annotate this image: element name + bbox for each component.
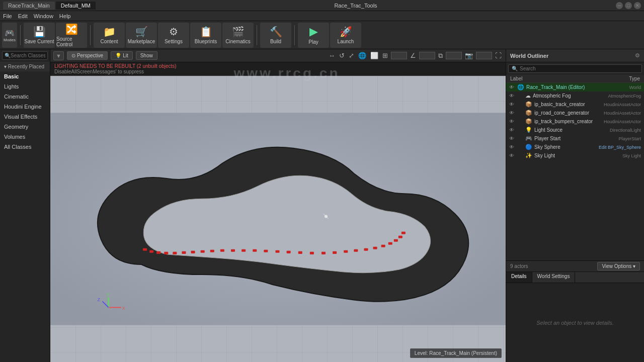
rotate-icon[interactable]: ↺ (338, 51, 346, 60)
outliner-item-sky-light[interactable]: 👁 ✨ Sky Light Sky Light (506, 151, 644, 160)
item-label: Light Source (534, 127, 608, 133)
viewport-toolbar: ▼ ⊙ Perspective 💡 Lit Show ↔ ↺ ⤢ 🌐 ⬜ ⊞ 1… (50, 49, 506, 62)
source-control-button[interactable]: 🔀 Source Control (56, 23, 87, 48)
outliner-settings-icon[interactable]: ⚙ (635, 52, 640, 59)
outliner-item-sky-sphere[interactable]: 👁 🔵 Sky Sphere Edit BP_Sky_Sphere (506, 143, 644, 151)
outliner-title: World Outliner (510, 53, 631, 59)
player-icon: 🎮 (525, 135, 532, 142)
play-button[interactable]: ▶ Play (298, 23, 329, 48)
outliner-item-basic-track[interactable]: 👁 📦 ip_basic_track_creator HoudiniAssetA… (506, 100, 644, 109)
light-icon: 💡 (525, 127, 532, 133)
outliner-item-bumpers[interactable]: 👁 📦 ip_track_bumpers_creator HoudiniAsse… (506, 117, 644, 126)
blueprints-button[interactable]: 📋 Blueprints (190, 23, 221, 48)
volumes-category[interactable]: Volumes (0, 132, 50, 142)
toolbar: 🎮 Modes 💾 Save Current 🔀 Source Control … (0, 21, 644, 49)
geometry-category[interactable]: Geometry (0, 122, 50, 132)
settings-button[interactable]: ⚙ Settings (158, 23, 189, 48)
angle-icon[interactable]: ∠ (409, 51, 417, 60)
close-button[interactable]: ✕ (634, 2, 641, 9)
svg-rect-26 (388, 242, 392, 245)
launch-button[interactable]: 🚀 Launch (330, 23, 361, 48)
sky-icon: 🔵 (525, 144, 532, 150)
minimize-button[interactable]: ─ (616, 2, 623, 9)
menubar: File Edit Window Help (0, 11, 644, 21)
svg-text:Z: Z (98, 297, 101, 302)
details-content: Select an object to view details. (506, 283, 644, 362)
track-svg: X Y Z (50, 76, 506, 362)
outliner-item-light-source[interactable]: 👁 💡 Light Source DirectionalLight (506, 126, 644, 134)
cinematics-button[interactable]: 🎬 Cinematics (222, 23, 254, 48)
maximize-button[interactable]: □ (625, 2, 632, 9)
grid-size-input[interactable]: 10 (391, 52, 407, 59)
item-label: ip_track_bumpers_creator (534, 119, 602, 124)
mode-button[interactable]: 🎮 Modes (2, 23, 17, 48)
world-settings-tab[interactable]: World Settings (532, 272, 576, 283)
outliner-item-road-cone[interactable]: 👁 📦 ip_road_cone_generator HoudiniAssetA… (506, 109, 644, 117)
settings-icon: ⚙ (169, 26, 178, 38)
svg-rect-6 (182, 251, 186, 254)
lights-category[interactable]: Lights (0, 81, 50, 92)
maximize-viewport-icon[interactable]: ⛶ (494, 51, 503, 60)
item-type: World (629, 85, 641, 90)
houdini-engine-category[interactable]: Houdini Engine (0, 102, 50, 112)
item-type: DirectionalLight (610, 128, 641, 133)
launch-icon: 🚀 (340, 26, 352, 38)
viewport-options-button[interactable]: ▼ (53, 51, 64, 60)
lit-button[interactable]: 💡 Lit (111, 51, 133, 60)
search-classes-input[interactable] (11, 53, 45, 58)
perspective-button[interactable]: ⊙ Perspective (67, 51, 108, 60)
cinematic-category[interactable]: Cinematic (0, 92, 50, 102)
visibility-icon: 👁 (509, 110, 515, 116)
app-title: Race_Trac_Tools (334, 3, 377, 9)
tab-racetrackmain[interactable]: RaceTrack_Main (3, 2, 55, 10)
outliner-search-box[interactable]: 🔍 (508, 64, 642, 73)
basic-category[interactable]: Basic (0, 71, 50, 81)
camera-speed-input[interactable]: 4 (476, 52, 492, 59)
outliner-item-player-start[interactable]: 👁 🎮 Player Start PlayerStart (506, 134, 644, 143)
view-options-button[interactable]: View Options ▾ (597, 262, 640, 270)
chevron-icon: ▾ (4, 64, 7, 69)
menu-file[interactable]: File (3, 13, 12, 19)
svg-rect-3 (156, 251, 160, 254)
content-button[interactable]: 📁 Content (94, 23, 125, 48)
outliner-item-racetrackmain[interactable]: 👁 🌐 Race_Track_Main (Editor) World (506, 83, 644, 92)
camera-speed-icon[interactable]: 📷 (464, 51, 474, 60)
svg-rect-5 (173, 252, 177, 254)
translate-icon[interactable]: ↔ (328, 51, 336, 60)
viewport[interactable]: X Y Z Level: Race_Track_Main (Persistent… (50, 76, 506, 362)
outliner-item-atmosphericfog[interactable]: 👁 ☁ Atmospheric Fog AtmosphericFog (506, 92, 644, 100)
save-current-button[interactable]: 💾 Save Current (24, 23, 55, 48)
recently-placed-item[interactable]: ▾ Recently Placed (0, 62, 50, 71)
outliner-search-input[interactable] (520, 66, 638, 71)
scale-input[interactable]: 0.25 (446, 52, 462, 59)
tab-defaultmm[interactable]: Default_MM (56, 2, 96, 10)
details-area: Details World Settings Select an object … (506, 272, 644, 362)
build-button[interactable]: 🔨 Build (260, 23, 291, 48)
outliner-footer: 9 actors View Options ▾ (506, 260, 644, 272)
all-classes-category[interactable]: All Classes (0, 142, 50, 152)
content-icon: 📁 (103, 26, 116, 38)
rotation-input[interactable]: 10 (419, 52, 435, 59)
marketplace-button[interactable]: 🛒 Marketplace (126, 23, 157, 48)
menu-edit[interactable]: Edit (18, 13, 28, 19)
grid-icon[interactable]: ⊞ (381, 51, 389, 60)
world-icon[interactable]: 🌐 (357, 51, 367, 60)
level-label: Level: Race_Track_Main (Persistent) (410, 348, 502, 358)
show-button[interactable]: Show (136, 51, 157, 60)
menu-help[interactable]: Help (59, 13, 71, 19)
viewport-area: ▼ ⊙ Perspective 💡 Lit Show ↔ ↺ ⤢ 🌐 ⬜ ⊞ 1… (50, 49, 506, 362)
item-type: Edit BP_Sky_Sphere (599, 145, 641, 150)
window-controls: ─ □ ✕ (616, 2, 641, 9)
surface-icon[interactable]: ⬜ (369, 51, 379, 60)
source-control-icon: 🔀 (65, 23, 78, 35)
visual-effects-category[interactable]: Visual Effects (0, 112, 50, 122)
separator (20, 25, 21, 45)
scale-icon2[interactable]: ⧉ (437, 51, 444, 61)
search-classes-box[interactable]: 🔍 (2, 51, 48, 60)
details-tab[interactable]: Details (506, 272, 532, 283)
visibility-icon: 👁 (509, 84, 515, 90)
houdini-icon: 📦 (525, 110, 532, 116)
menu-window[interactable]: Window (34, 13, 53, 19)
scale-icon[interactable]: ⤢ (348, 51, 355, 60)
item-type: HoudiniAssetActor (604, 102, 641, 107)
